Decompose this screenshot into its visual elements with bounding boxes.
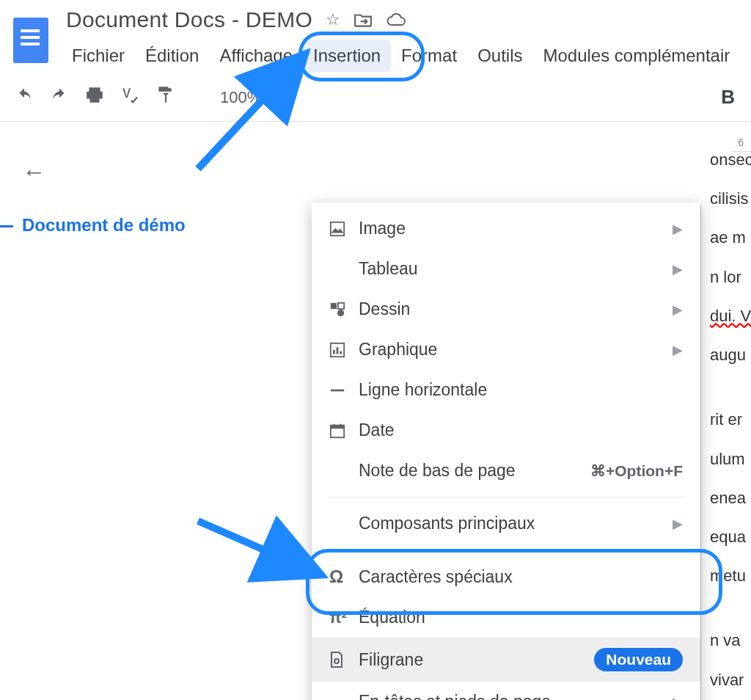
spellcheck-icon[interactable] xyxy=(120,85,139,109)
bold-button[interactable]: B xyxy=(721,86,735,109)
horizontal-line-icon xyxy=(329,382,359,398)
menubar: Fichier Édition Affichage Insertion Form… xyxy=(57,40,751,72)
outline-item[interactable]: Document de démo xyxy=(22,215,308,236)
menu-item-equation[interactable]: π² Équation xyxy=(312,597,700,638)
menu-view[interactable]: Affichage xyxy=(209,40,303,72)
print-icon[interactable] xyxy=(85,86,104,109)
image-icon xyxy=(329,221,359,237)
header: Document Docs - DEMO ☆ Fichier Édition A… xyxy=(0,0,751,72)
menu-item-building-blocks[interactable]: Composants principaux ▶ xyxy=(312,503,700,544)
toolbar: 100% B xyxy=(0,72,751,122)
omega-icon: Ω xyxy=(329,566,359,587)
insert-dropdown: Image ▶ Tableau ▶ Dessin ▶ Graphique ▶ xyxy=(312,203,700,700)
redo-icon[interactable] xyxy=(50,86,69,109)
zoom-level[interactable]: 100% xyxy=(220,88,261,107)
shortcut-label: ⌘+Option+F xyxy=(590,462,683,480)
menu-item-chart[interactable]: Graphique ▶ xyxy=(312,329,700,370)
docs-logo[interactable] xyxy=(12,15,50,66)
paint-format-icon[interactable] xyxy=(155,85,175,109)
menu-item-special-chars[interactable]: Ω Caractères spéciaux xyxy=(312,556,700,597)
svg-point-10 xyxy=(334,659,339,663)
move-folder-icon[interactable] xyxy=(353,12,373,28)
menu-item-horizontal-line[interactable]: Ligne horizontale xyxy=(312,370,700,410)
svg-rect-1 xyxy=(331,302,337,308)
chevron-right-icon: ▶ xyxy=(673,342,683,358)
chevron-right-icon: ▶ xyxy=(673,516,683,532)
menu-item-headers-footers[interactable]: En-têtes et pieds de page ▶ xyxy=(312,682,700,700)
new-badge: Nouveau xyxy=(594,648,683,671)
chart-icon xyxy=(329,342,359,358)
menu-separator xyxy=(328,550,684,550)
menu-item-watermark[interactable]: Filigrane Nouveau xyxy=(312,638,700,682)
undo-icon[interactable] xyxy=(15,86,34,109)
calendar-icon xyxy=(329,423,359,439)
menu-format[interactable]: Format xyxy=(391,40,467,72)
watermark-icon xyxy=(329,651,359,668)
svg-rect-0 xyxy=(331,222,344,235)
document-title[interactable]: Document Docs - DEMO xyxy=(66,7,312,32)
outline-back-arrow-icon[interactable]: ← xyxy=(22,158,308,186)
chevron-right-icon: ▶ xyxy=(673,302,683,318)
menu-item-image[interactable]: Image ▶ xyxy=(312,208,700,249)
title-area: Document Docs - DEMO ☆ Fichier Édition A… xyxy=(57,7,751,72)
svg-rect-7 xyxy=(331,425,344,429)
menu-file[interactable]: Fichier xyxy=(62,40,135,72)
menu-item-date[interactable]: Date xyxy=(312,410,700,451)
svg-rect-3 xyxy=(338,302,344,308)
pi-icon: π² xyxy=(329,608,359,627)
menu-insert[interactable]: Insertion xyxy=(303,40,391,72)
svg-point-2 xyxy=(337,310,344,316)
chevron-right-icon: ▶ xyxy=(673,694,683,701)
main-area: ← Document de démo Image ▶ Tableau ▶ Des… xyxy=(0,122,751,700)
document-text-peek: onsec cilisis ae m n lor dui. V augu rit… xyxy=(710,147,751,700)
cloud-status-icon[interactable] xyxy=(386,12,406,27)
menu-edit[interactable]: Édition xyxy=(135,40,209,72)
menu-addons[interactable]: Modules complémentair xyxy=(532,40,740,72)
chevron-right-icon: ▶ xyxy=(673,261,683,277)
menu-item-drawing[interactable]: Dessin ▶ xyxy=(312,289,700,329)
menu-tools[interactable]: Outils xyxy=(467,40,532,72)
outline-panel: ← Document de démo xyxy=(0,122,308,700)
chevron-right-icon: ▶ xyxy=(673,221,683,237)
star-icon[interactable]: ☆ xyxy=(326,10,340,29)
menu-item-table[interactable]: Tableau ▶ xyxy=(312,249,700,289)
menu-item-footnote[interactable]: Note de bas de page ⌘+Option+F xyxy=(312,451,700,491)
drawing-icon xyxy=(329,302,359,318)
menu-separator xyxy=(328,497,684,497)
